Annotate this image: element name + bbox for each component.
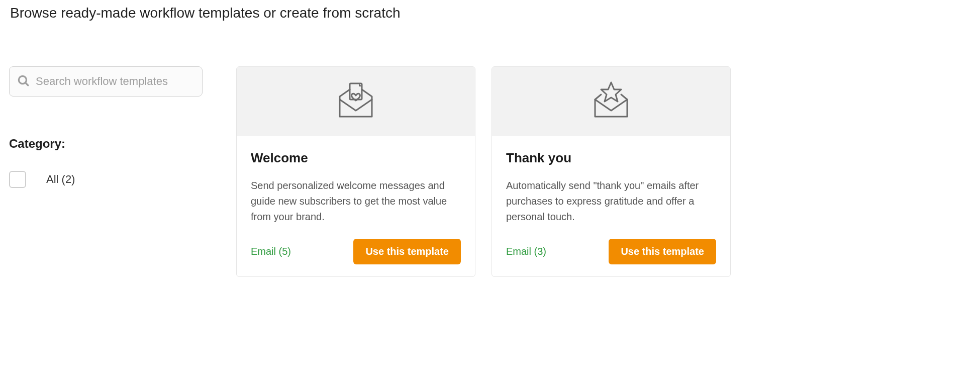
card-icon-area	[492, 67, 730, 136]
checkbox-all[interactable]	[9, 171, 26, 188]
template-card-welcome: Welcome Send personalized welcome messag…	[236, 66, 475, 277]
email-count: Email (5)	[251, 246, 291, 257]
search-icon	[17, 74, 30, 89]
card-description: Send personalized welcome messages and g…	[251, 178, 461, 225]
card-title: Welcome	[251, 150, 461, 166]
card-description: Automatically send "thank you" emails af…	[506, 178, 716, 225]
sidebar: Category: All (2)	[0, 66, 236, 277]
template-cards: Welcome Send personalized welcome messag…	[236, 66, 731, 277]
category-heading: Category:	[9, 137, 236, 151]
template-card-thankyou: Thank you Automatically send "thank you"…	[492, 66, 731, 277]
envelope-heart-icon	[336, 80, 376, 123]
category-label: All (2)	[46, 173, 75, 186]
card-title: Thank you	[506, 150, 716, 166]
envelope-star-icon	[591, 80, 631, 123]
email-count: Email (3)	[506, 246, 546, 257]
use-template-button[interactable]: Use this template	[353, 239, 461, 264]
page-title: Browse ready-made workflow templates or …	[0, 0, 980, 21]
search-box[interactable]	[9, 66, 203, 97]
svg-line-1	[26, 83, 28, 85]
use-template-button[interactable]: Use this template	[609, 239, 716, 264]
category-item-all[interactable]: All (2)	[9, 171, 236, 188]
card-icon-area	[237, 67, 475, 136]
search-input[interactable]	[36, 75, 195, 88]
